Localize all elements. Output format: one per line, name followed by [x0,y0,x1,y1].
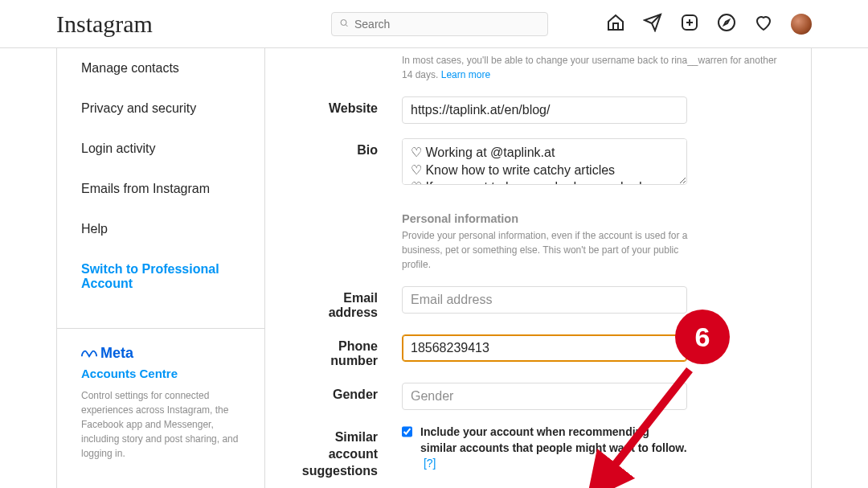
avatar[interactable] [791,14,812,35]
meta-logo: Meta [81,345,240,362]
search-icon [339,18,349,30]
similar-help-link[interactable]: [?] [424,457,436,470]
personal-info-desc: Provide your personal information, even … [402,228,691,272]
sidebar-item-privacy-security[interactable]: Privacy and security [57,88,264,129]
annotation-badge: 6 [675,310,730,364]
home-icon[interactable] [606,13,625,35]
sidebar-item-help[interactable]: Help [57,209,264,249]
phone-label: Phone number [297,334,402,368]
learn-more-link[interactable]: Learn more [441,69,490,80]
website-label: Website [297,96,402,116]
nav-icons [606,13,812,35]
new-post-icon[interactable] [680,13,699,35]
similar-checkbox[interactable] [402,426,412,437]
switch-professional-link[interactable]: Switch to Professional Account [57,249,264,304]
activity-icon[interactable] [754,13,773,35]
personal-info-heading: Personal information [402,212,779,225]
explore-icon[interactable] [717,13,736,35]
search-input[interactable] [331,12,548,36]
top-nav: Instagram [0,0,868,48]
website-input[interactable] [402,96,687,124]
gender-label: Gender [297,383,402,402]
sidebar-item-emails[interactable]: Emails from Instagram [57,169,264,209]
svg-line-7 [601,370,690,482]
meta-block: Meta Accounts Centre Control settings fo… [57,329,264,477]
settings-page: Manage contacts Privacy and security Log… [0,48,868,488]
meta-description: Control settings for connected experienc… [81,388,240,461]
annotation-arrow [585,362,714,488]
bio-label: Bio [297,138,402,158]
svg-line-1 [346,24,347,26]
bio-textarea[interactable] [402,138,687,185]
accounts-centre-link[interactable]: Accounts Centre [81,367,240,380]
messenger-icon[interactable] [643,13,662,35]
meta-label: Meta [100,345,133,362]
svg-point-0 [341,19,346,25]
email-input[interactable] [402,286,687,314]
email-label: Email address [297,286,402,320]
similar-label: Similar account suggestions [297,424,402,479]
sidebar: Manage contacts Privacy and security Log… [56,48,265,488]
sidebar-item-login-activity[interactable]: Login activity [57,129,264,169]
instagram-logo[interactable]: Instagram [56,10,153,38]
svg-point-5 [719,14,735,31]
sidebar-item-manage-contacts[interactable]: Manage contacts [57,48,264,88]
username-hint: In most cases, you'll be able to change … [402,48,779,82]
phone-input[interactable] [402,334,687,362]
search-wrap [331,12,548,36]
edit-profile-form: In most cases, you'll be able to change … [265,48,812,488]
svg-marker-6 [724,20,729,25]
